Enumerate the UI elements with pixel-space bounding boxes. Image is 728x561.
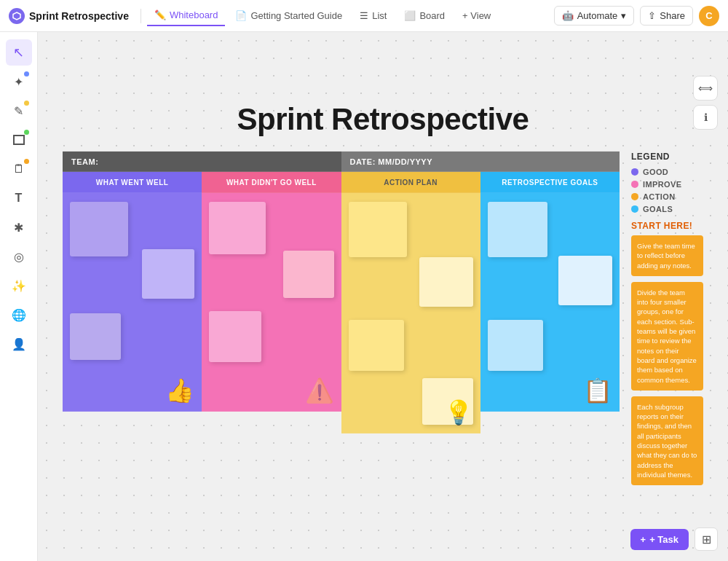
tool-magic[interactable]: ✦: [6, 68, 32, 95]
tab-list-label: List: [372, 10, 387, 21]
lightbulb-icon: 💡: [444, 399, 473, 426]
share-button[interactable]: ⇧ Share: [640, 6, 693, 26]
tool-person[interactable]: 👤: [6, 331, 32, 357]
sticky-note[interactable]: [70, 202, 128, 256]
col-action: ACTION PLAN 💡: [341, 172, 480, 434]
sticky-note[interactable]: [70, 313, 121, 360]
legend-label-action: ACTION: [643, 192, 676, 201]
tab-getting-started[interactable]: 📄 Getting Started Guide: [228, 6, 349, 26]
start-here-label: START HERE!: [631, 221, 703, 231]
legend-label-improve: IMPROVE: [643, 180, 682, 189]
legend-title: LEGEND: [631, 152, 703, 162]
nav-divider: [141, 9, 141, 23]
tool-pen[interactable]: ✎: [6, 98, 32, 124]
shapes-icon: [13, 135, 25, 145]
retro-board-wrapper: TEAM: DATE: MM/DD/YYYY WHAT WENT WELL 👍: [63, 152, 703, 491]
retro-header: TEAM: DATE: MM/DD/YYYY: [63, 152, 620, 172]
tab-add-view[interactable]: + View: [455, 6, 498, 26]
thumbs-up-icon: 👍: [165, 377, 194, 404]
main-layout: ↖ ✦ ✎ 🗒 T ✱ ◎ ✨ 🌐: [0, 32, 728, 561]
tab-list[interactable]: ☰ List: [352, 6, 394, 26]
svg-marker-0: [13, 12, 20, 20]
col-action-body[interactable]: 💡: [341, 193, 480, 434]
sticky-note[interactable]: [349, 320, 404, 371]
nav-right-actions: 🤖 Automate ▾ ⇧ Share C: [554, 6, 719, 26]
tool-sticky[interactable]: 🗒: [6, 156, 32, 182]
legend-panel: LEGEND GOOD IMPROVE ACTION: [620, 152, 703, 491]
info-icon: ℹ: [704, 111, 708, 123]
tab-getting-started-label: Getting Started Guide: [250, 10, 342, 21]
person-icon: 👤: [12, 337, 26, 351]
tool-cursor[interactable]: ↖: [6, 39, 32, 66]
col-didnt-go-body[interactable]: ⚠️: [202, 193, 341, 412]
sparkle-icon: ✨: [12, 279, 26, 293]
magic-icon: ✦: [14, 75, 23, 89]
automate-button[interactable]: 🤖 Automate ▾: [554, 6, 635, 26]
legend-dot-action: [631, 193, 638, 200]
tool-line[interactable]: ✱: [6, 214, 32, 240]
whiteboard-content: Sprint Retrospective TEAM: DATE: MM/DD/Y…: [63, 102, 703, 491]
network-icon: ◎: [14, 250, 24, 264]
logo-icon: [9, 8, 25, 24]
sticky-note[interactable]: [349, 202, 407, 257]
col-goals-body[interactable]: 📋: [480, 193, 620, 412]
automate-label: Automate: [577, 10, 618, 21]
col-went-well-body[interactable]: 👍: [63, 193, 202, 412]
cursor-icon: ↖: [13, 44, 24, 60]
sticky-note[interactable]: [488, 202, 547, 257]
text-icon: T: [15, 192, 23, 205]
sticky-note[interactable]: [209, 202, 266, 254]
legend-item-action: ACTION: [631, 192, 703, 201]
notes-icon: 📋: [583, 377, 612, 404]
top-navigation: Sprint Retrospective ✏️ Whiteboard 📄 Get…: [0, 0, 728, 32]
col-goals: RETROSPECTIVE GOALS 📋: [480, 172, 620, 434]
fit-view-icon: ⟺: [698, 82, 713, 94]
add-task-button[interactable]: + + Task: [630, 529, 689, 550]
grid-view-button[interactable]: ⊞: [695, 527, 718, 551]
tool-magic-dot: [24, 71, 29, 76]
tab-whiteboard-label: Whiteboard: [170, 9, 218, 20]
col-goals-header: RETROSPECTIVE GOALS: [480, 172, 620, 193]
sticky-note[interactable]: [419, 257, 473, 307]
tool-sticky-dot: [24, 159, 29, 164]
sticky-note[interactable]: [488, 320, 543, 371]
tool-sparkle[interactable]: ✨: [6, 272, 32, 299]
avatar: C: [699, 6, 719, 26]
sticky-note[interactable]: [142, 249, 194, 299]
legend-card-3: Each subgroup reports on their findings,…: [631, 396, 703, 485]
col-action-header: ACTION PLAN: [341, 172, 480, 193]
legend-item-goals: GOALS: [631, 205, 703, 213]
col-didnt-go: WHAT DIDN'T GO WELL ⚠️: [202, 172, 341, 434]
tool-text[interactable]: T: [6, 185, 32, 211]
legend-dot-improve: [631, 181, 638, 188]
col-didnt-go-header: WHAT DIDN'T GO WELL: [202, 172, 341, 193]
canvas-area[interactable]: ⟺ ℹ Sprint Retrospective TEAM: DATE: MM/…: [38, 32, 728, 561]
tool-globe[interactable]: 🌐: [6, 302, 32, 328]
tool-shapes[interactable]: [6, 127, 32, 153]
legend-card-2: Divide the team into four smaller groups…: [631, 282, 703, 391]
fit-view-button[interactable]: ⟺: [693, 76, 718, 101]
retro-board: TEAM: DATE: MM/DD/YYYY WHAT WENT WELL 👍: [63, 152, 620, 491]
tab-whiteboard[interactable]: ✏️ Whiteboard: [147, 5, 225, 26]
tool-network[interactable]: ◎: [6, 243, 32, 270]
sticky-note[interactable]: [283, 251, 334, 298]
grid-icon: ⊞: [702, 533, 711, 546]
sticky-icon: 🗒: [13, 162, 25, 176]
share-label: Share: [660, 10, 685, 21]
tab-board[interactable]: ⬜ Board: [397, 6, 452, 26]
column-headers: WHAT WENT WELL 👍 WHAT DIDN'T GO WELL: [63, 172, 620, 434]
plus-icon: +: [641, 534, 646, 545]
share-icon: ⇧: [648, 10, 656, 21]
whiteboard-icon: ✏️: [154, 9, 166, 20]
sticky-note[interactable]: [558, 256, 612, 305]
left-toolbar: ↖ ✦ ✎ 🗒 T ✱ ◎ ✨ 🌐: [0, 32, 38, 561]
col-went-well-header: WHAT WENT WELL: [63, 172, 202, 193]
task-label: + Task: [649, 534, 678, 545]
legend-item-improve: IMPROVE: [631, 180, 703, 189]
whiteboard-title: Sprint Retrospective: [63, 102, 703, 137]
date-label: DATE: MM/DD/YYYY: [341, 152, 620, 172]
tool-shapes-dot: [24, 130, 29, 135]
board-icon: ⬜: [404, 10, 416, 21]
sticky-note[interactable]: [209, 311, 261, 362]
legend-label-good: GOOD: [643, 168, 668, 176]
